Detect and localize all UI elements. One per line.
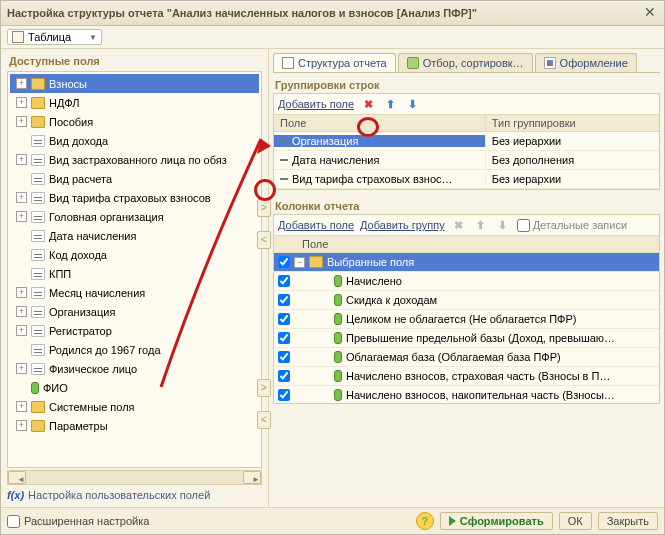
- tree-node[interactable]: +Параметры: [10, 416, 259, 435]
- tree-node[interactable]: Вид расчета: [10, 169, 259, 188]
- column-row[interactable]: Превышение предельной базы (Доход, превы…: [274, 329, 659, 348]
- tree-node[interactable]: +Пособия: [10, 112, 259, 131]
- advanced-label: Расширенная настройка: [24, 515, 149, 527]
- expand-icon[interactable]: [16, 344, 27, 355]
- add-field-link[interactable]: Добавить поле: [278, 219, 354, 231]
- expand-icon[interactable]: +: [16, 401, 27, 412]
- delete-icon[interactable]: ✖: [360, 96, 376, 112]
- arrow-up-icon[interactable]: ⬆: [382, 96, 398, 112]
- add-group-link[interactable]: Добавить группу: [360, 219, 445, 231]
- expand-icon[interactable]: +: [16, 192, 27, 203]
- close-icon[interactable]: ✕: [642, 5, 658, 21]
- tree-node[interactable]: Код дохода: [10, 245, 259, 264]
- expand-icon[interactable]: +: [16, 325, 27, 336]
- tree-hscrollbar[interactable]: ◄ ►: [7, 470, 262, 485]
- ok-button[interactable]: ОК: [559, 512, 592, 530]
- tab-structure[interactable]: Структура отчета: [273, 53, 396, 72]
- tree-node-label: Взносы: [49, 78, 87, 90]
- column-row[interactable]: Облагаемая база (Облагаемая база ПФР): [274, 348, 659, 367]
- tree-node[interactable]: +Месяц начисления: [10, 283, 259, 302]
- arrow-up-icon[interactable]: ⬆: [473, 217, 489, 233]
- expand-icon[interactable]: +: [16, 116, 27, 127]
- tree-node[interactable]: Дата начисления: [10, 226, 259, 245]
- expand-icon[interactable]: +: [16, 211, 27, 222]
- move-right-button[interactable]: >: [257, 379, 271, 397]
- table-icon: [12, 31, 24, 43]
- user-fields-link[interactable]: f(x) Настройка пользовательских полей: [1, 485, 268, 507]
- close-button[interactable]: Закрыть: [598, 512, 658, 530]
- run-button[interactable]: Сформировать: [440, 512, 553, 530]
- available-fields-tree[interactable]: +Взносы+НДФЛ+ПособияВид дохода+Вид застр…: [7, 71, 262, 468]
- advanced-toggle[interactable]: Расширенная настройка: [7, 515, 149, 528]
- tree-node[interactable]: +Вид тарифа страховых взносов: [10, 188, 259, 207]
- move-right-button[interactable]: >: [257, 199, 271, 217]
- expand-icon[interactable]: +: [16, 420, 27, 431]
- row-checkbox[interactable]: [278, 294, 290, 306]
- collapse-icon[interactable]: −: [294, 257, 305, 268]
- expand-icon[interactable]: +: [16, 306, 27, 317]
- advanced-checkbox[interactable]: [7, 515, 20, 528]
- expand-icon[interactable]: [16, 249, 27, 260]
- grouping-row[interactable]: Дата начисленияБез дополнения: [274, 151, 659, 170]
- expand-icon[interactable]: [16, 382, 27, 393]
- tree-node[interactable]: Родился до 1967 года: [10, 340, 259, 359]
- arrow-down-icon[interactable]: ⬇: [495, 217, 511, 233]
- tree-node-label: Дата начисления: [49, 230, 136, 242]
- row-checkbox[interactable]: [278, 351, 290, 363]
- expand-icon[interactable]: [16, 135, 27, 146]
- help-icon[interactable]: ?: [416, 512, 434, 530]
- tree-node[interactable]: +Регистратор: [10, 321, 259, 340]
- tree-node-label: Вид дохода: [49, 135, 108, 147]
- tree-node-label: Головная организация: [49, 211, 164, 223]
- tree-node[interactable]: Вид дохода: [10, 131, 259, 150]
- row-checkbox[interactable]: [278, 313, 290, 325]
- tree-node[interactable]: +Физическое лицо: [10, 359, 259, 378]
- column-row[interactable]: Начислено взносов, накопительная часть (…: [274, 386, 659, 403]
- tree-node[interactable]: +Организация: [10, 302, 259, 321]
- grouping-row[interactable]: Вид тарифа страховых взнос…Без иерархии: [274, 170, 659, 189]
- selected-fields-header[interactable]: −Выбранные поля: [274, 253, 659, 272]
- tab-filter[interactable]: Отбор, сортировк…: [398, 53, 533, 72]
- column-label: Превышение предельной базы (Доход, превы…: [346, 332, 615, 344]
- scroll-left-icon[interactable]: ◄: [8, 471, 26, 484]
- expand-icon[interactable]: +: [16, 287, 27, 298]
- column-row[interactable]: Скидка к доходам: [274, 291, 659, 310]
- tree-node[interactable]: КПП: [10, 264, 259, 283]
- tab-label: Оформление: [560, 57, 628, 69]
- tree-node[interactable]: +Системные поля: [10, 397, 259, 416]
- row-checkbox[interactable]: [278, 370, 290, 382]
- columns-title: Колонки отчета: [273, 194, 660, 214]
- add-field-link[interactable]: Добавить поле: [278, 98, 354, 110]
- columns-rows[interactable]: −Выбранные поляНачисленоСкидка к доходам…: [274, 253, 659, 403]
- column-row[interactable]: Начислено: [274, 272, 659, 291]
- expand-icon[interactable]: [16, 173, 27, 184]
- expand-icon[interactable]: +: [16, 97, 27, 108]
- tree-node[interactable]: +НДФЛ: [10, 93, 259, 112]
- row-checkbox[interactable]: [278, 389, 290, 401]
- detail-records-toggle[interactable]: Детальные записи: [517, 219, 627, 232]
- tree-node[interactable]: +Вид застрахованного лица по обяз: [10, 150, 259, 169]
- tree-node[interactable]: +Взносы: [10, 74, 259, 93]
- expand-icon[interactable]: [16, 268, 27, 279]
- row-checkbox[interactable]: [278, 332, 290, 344]
- expand-icon[interactable]: +: [16, 78, 27, 89]
- tab-design[interactable]: Оформление: [535, 53, 637, 72]
- groupings-rows[interactable]: ОрганизацияБез иерархииДата начисленияБе…: [274, 132, 659, 189]
- detail-checkbox[interactable]: [517, 219, 530, 232]
- column-row[interactable]: Начислено взносов, страховая часть (Взно…: [274, 367, 659, 386]
- move-left-button[interactable]: <: [257, 231, 271, 249]
- column-row[interactable]: Целиком не облагается (Не облагается ПФР…: [274, 310, 659, 329]
- view-mode-combo[interactable]: Таблица ▼: [7, 29, 102, 45]
- tree-node[interactable]: +Головная организация: [10, 207, 259, 226]
- expand-icon[interactable]: [16, 230, 27, 241]
- grouping-row[interactable]: ОрганизацияБез иерархии: [274, 132, 659, 151]
- arrow-down-icon[interactable]: ⬇: [404, 96, 420, 112]
- row-checkbox[interactable]: [278, 275, 290, 287]
- delete-icon[interactable]: ✖: [451, 217, 467, 233]
- row-checkbox[interactable]: [278, 256, 290, 268]
- expand-icon[interactable]: +: [16, 363, 27, 374]
- scroll-right-icon[interactable]: ►: [243, 471, 261, 484]
- expand-icon[interactable]: +: [16, 154, 27, 165]
- move-left-button[interactable]: <: [257, 411, 271, 429]
- tree-node[interactable]: ФИО: [10, 378, 259, 397]
